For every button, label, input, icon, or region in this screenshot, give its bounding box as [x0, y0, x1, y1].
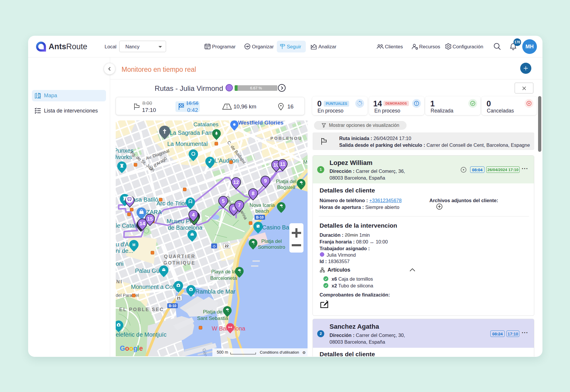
svg-text:500 m: 500 m — [217, 350, 228, 354]
svg-text:L'Auditori: L'Auditori — [214, 157, 239, 164]
svg-text:14: 14 — [139, 221, 145, 226]
svg-text:dworks: dworks — [116, 154, 132, 160]
svg-text:EL POBLE SEC: EL POBLE SEC — [119, 307, 164, 312]
svg-text:B-10: B-10 — [169, 304, 176, 308]
svg-text:e: e — [139, 345, 143, 352]
svg-text:g: g — [133, 345, 137, 352]
svg-text:7: 7 — [238, 202, 241, 208]
svg-text:Nova Icaria: Nova Icaria — [250, 202, 275, 208]
svg-text:Barceloneta: Barceloneta — [210, 275, 237, 281]
svg-text:Platja del: Platja del — [276, 179, 296, 184]
svg-text:Bogatell: Bogatell — [277, 185, 295, 190]
svg-text:21: 21 — [177, 296, 181, 300]
svg-text:22: 22 — [225, 244, 229, 248]
svg-text:B-10: B-10 — [256, 215, 264, 219]
svg-text:GOTHIQUE: GOTHIQUE — [163, 260, 195, 265]
svg-text:beach: beach — [255, 208, 269, 214]
svg-text:G: G — [120, 345, 125, 352]
svg-text:ni de...: ni de... — [116, 248, 133, 254]
svg-text:9: 9 — [264, 178, 267, 184]
svg-text:oni: oni — [116, 260, 124, 267]
svg-text:11: 11 — [280, 161, 286, 167]
svg-text:Platja del: Platja del — [261, 238, 282, 244]
svg-text:l: l — [137, 345, 139, 352]
svg-text:o: o — [125, 345, 129, 352]
svg-text:8: 8 — [252, 190, 255, 196]
svg-text:4: 4 — [192, 212, 195, 218]
svg-text:◇: ◇ — [212, 244, 216, 248]
svg-text:QUARTIER: QUARTIER — [164, 254, 196, 259]
svg-text:M: M — [132, 243, 135, 247]
svg-text:Mar: Mar — [303, 159, 308, 165]
svg-text:o: o — [129, 345, 133, 352]
svg-text:NI: NI — [116, 279, 123, 284]
svg-text:asa Batlló: asa Batlló — [132, 196, 158, 203]
svg-text:12: 12 — [233, 179, 239, 185]
svg-text:15: 15 — [147, 216, 153, 222]
svg-text:POBLENOU: POBLENOU — [270, 136, 302, 141]
svg-text:ICC Glories: ICC Glories — [192, 120, 220, 121]
svg-text:Playa de la: Playa de la — [211, 269, 236, 275]
svg-text:Somorrostro: Somorrostro — [258, 244, 285, 250]
svg-text:de Barcelona: de Barcelona — [168, 224, 203, 231]
svg-text:Sant Sebastià: Sant Sebastià — [197, 316, 228, 321]
svg-text:Conditions d'utilisation: Conditions d'utilisation — [260, 350, 299, 354]
svg-text:5: 5 — [222, 198, 225, 204]
svg-text:Platja de: Platja de — [203, 309, 222, 315]
svg-text:Casino Barc: Casino Barc — [262, 224, 294, 231]
svg-text:Rambla de Mar: Rambla de Mar — [195, 288, 235, 295]
svg-text:Westfield Glories: Westfield Glories — [238, 120, 284, 126]
svg-text:elefèric de Montjuïc: elefèric de Montjuïc — [116, 331, 166, 338]
svg-text:⚙: ⚙ — [302, 350, 306, 355]
svg-text:La Monumental: La Monumental — [167, 141, 208, 147]
svg-text:Catalanes: Catalanes — [193, 121, 219, 127]
